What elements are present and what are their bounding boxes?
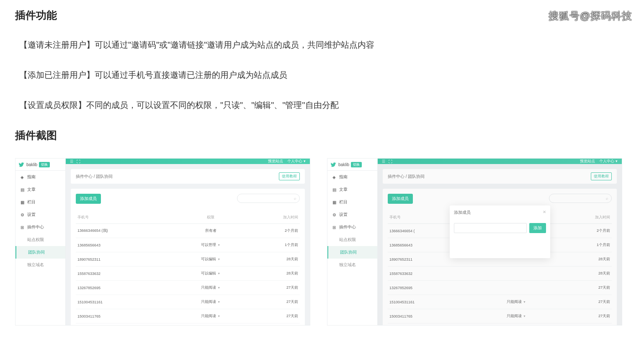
cell-perm[interactable]: 所有者 <box>177 224 245 238</box>
user-center-link[interactable]: 个人中心 ▾ <box>287 159 306 164</box>
search-input[interactable]: ⌕ <box>237 194 300 203</box>
add-member-button[interactable]: 添加成员 <box>388 194 413 204</box>
cell-phone: 15003411765 <box>76 309 177 323</box>
cell-perm[interactable]: 可以编辑 ▼ <box>177 252 245 267</box>
nav-label: 文章 <box>27 187 36 192</box>
feature-line-1: 【邀请未注册用户】可以通过"邀请码"或"邀请链接"邀请用户成为站点的成员，共同维… <box>19 38 629 51</box>
subnav-domain[interactable]: 独立域名 <box>15 259 65 271</box>
chevron-down-icon: ▼ <box>217 244 220 246</box>
grid-icon: ▦ <box>21 200 25 204</box>
logo-text: baklib <box>338 162 349 167</box>
cell-perm[interactable]: 只能阅读 ▼ <box>177 281 245 295</box>
nav-column[interactable]: ▦栏目 <box>15 196 65 208</box>
logo-icon <box>331 162 337 167</box>
cell-perm[interactable]: 只能阅读 ▼ <box>177 309 245 323</box>
search-icon: ⌕ <box>294 196 296 200</box>
cell-perm[interactable]: 可以编辑 ▼ <box>177 267 245 281</box>
expand-icon[interactable]: ⛶ <box>77 159 80 164</box>
apps-icon: ⊞ <box>21 225 25 229</box>
nav-plugins[interactable]: ⊞插件中心 <box>327 221 377 233</box>
screenshot-1: baklib 切换 ◈指南 ▤文章 ▦栏目 ⚙设置 ⊞插件中心 站点权限 团队协… <box>15 158 310 326</box>
nav-label: 指南 <box>339 174 348 180</box>
cell-perm[interactable] <box>480 281 552 295</box>
table-row: 15003411765只能阅读 ▼27天前 <box>76 309 300 323</box>
th-joined: 加入时间 <box>245 211 300 224</box>
nav-article[interactable]: ▤文章 <box>15 183 65 196</box>
breadcrumb-bar: 插件中心 / 团队协同 使用教程 <box>383 169 617 184</box>
nav-guide[interactable]: ◈指南 <box>15 171 65 183</box>
cell-phone: 13685656643 <box>76 238 177 252</box>
preview-link[interactable]: 预览站点 <box>580 159 595 164</box>
cell-phone: 151004531161 <box>76 295 177 309</box>
search-input[interactable]: ⌕ <box>549 194 612 203</box>
cell-joined: 27天前 <box>553 295 612 309</box>
screenshot-2: baklib 切换 ◈指南 ▤文章 ▦栏目 ⚙设置 ⊞插件中心 站点权限 团队协… <box>327 158 622 326</box>
table-row: 15003411765只能阅读 ▼27天前 <box>388 309 612 323</box>
gear-icon: ⚙ <box>21 213 25 217</box>
cell-phone: 15587633632 <box>76 267 177 281</box>
subnav-domain[interactable]: 独立域名 <box>327 259 377 271</box>
table-body-1: 13666346654 (我)所有者2个月前13685656643可以管理 ▼1… <box>76 224 300 323</box>
expand-icon[interactable]: ⛶ <box>389 159 392 164</box>
breadcrumb: 插件中心 / 团队协同 <box>76 174 113 180</box>
cell-perm[interactable]: 只能阅读 ▼ <box>480 295 552 309</box>
cell-phone: 13267852695 <box>388 281 480 295</box>
table-row: 151004531161只能阅读 ▼27天前 <box>76 295 300 309</box>
cell-joined: 27天前 <box>245 309 300 323</box>
grid-icon: ▦ <box>332 200 337 204</box>
cell-phone: 18907652311 <box>76 252 177 267</box>
menu-icon[interactable]: ☰ <box>70 159 73 164</box>
nav-settings[interactable]: ⚙设置 <box>15 208 65 221</box>
nav-guide[interactable]: ◈指南 <box>327 171 377 183</box>
cell-phone: 13666346654 (我) <box>76 224 177 238</box>
cell-perm[interactable]: 只能阅读 ▼ <box>480 309 552 323</box>
modal-add-button[interactable]: 添加 <box>529 223 546 233</box>
cell-joined: 27天前 <box>553 309 612 323</box>
cell-joined: 28天前 <box>553 267 612 281</box>
nav-label: 插件中心 <box>339 224 356 230</box>
feature-line-3: 【设置成员权限】不同的成员，可以设置不同的权限，"只读"、"编辑"、"管理"自由… <box>19 98 629 112</box>
table-row: 13267852695只能阅读 ▼27天前 <box>76 281 300 295</box>
menu-icon[interactable]: ☰ <box>382 159 385 164</box>
nav-plugins[interactable]: ⊞插件中心 <box>15 221 65 233</box>
topbar: ☰ ⛶ 预览站点 个人中心 ▾ <box>378 159 622 164</box>
close-icon[interactable]: ✕ <box>543 210 546 215</box>
th-joined: 加入时间 <box>553 211 612 224</box>
modal-phone-input[interactable] <box>454 223 527 233</box>
nav-settings[interactable]: ⚙设置 <box>327 208 377 221</box>
subnav-site-perm[interactable]: 站点权限 <box>15 233 65 246</box>
subnav-site-perm[interactable]: 站点权限 <box>327 233 377 246</box>
cell-phone: 15587633632 <box>388 267 480 281</box>
logo-badge[interactable]: 切换 <box>351 162 362 167</box>
members-table: 手机号 权限 加入时间 13666346654 (我)所有者2个月前136856… <box>76 211 300 323</box>
subnav-team[interactable]: 团队协同 <box>15 246 65 259</box>
cell-joined: 1个月前 <box>553 238 612 252</box>
cell-joined: 27天前 <box>553 281 612 295</box>
table-row: 15587633632可以编辑 ▼28天前 <box>76 267 300 281</box>
document-icon: ▤ <box>21 187 25 192</box>
subnav-team[interactable]: 团队协同 <box>327 246 377 259</box>
tutorial-button[interactable]: 使用教程 <box>279 172 300 180</box>
add-member-button[interactable]: 添加成员 <box>76 194 101 204</box>
preview-link[interactable]: 预览站点 <box>268 159 283 164</box>
user-center-link[interactable]: 个人中心 ▾ <box>599 159 618 164</box>
logo-icon <box>19 162 25 167</box>
breadcrumb-bar: 插件中心 / 团队协同 使用教程 <box>71 169 305 184</box>
cell-phone: 151004531161 <box>388 295 480 309</box>
cell-perm[interactable]: 只能阅读 ▼ <box>177 295 245 309</box>
cell-perm[interactable]: 可以管理 ▼ <box>177 238 245 252</box>
logo-badge[interactable]: 切换 <box>39 162 50 167</box>
chevron-down-icon: ▼ <box>217 258 220 261</box>
nav-label: 文章 <box>339 187 348 192</box>
nav-column[interactable]: ▦栏目 <box>327 196 377 208</box>
feature-line-2: 【添加已注册用户】可以通过手机号直接邀请已注册的用户成为站点成员 <box>19 68 629 82</box>
cell-perm[interactable] <box>480 267 552 281</box>
chevron-down-icon: ▼ <box>217 286 220 289</box>
members-panel: 添加成员 ⌕ 手机号 权限 加入时间 13666346654 (我)所有者2个月… <box>71 189 305 326</box>
nav-article[interactable]: ▤文章 <box>327 183 377 196</box>
tutorial-button[interactable]: 使用教程 <box>591 172 612 180</box>
breadcrumb: 插件中心 / 团队协同 <box>388 174 425 180</box>
th-phone: 手机号 <box>76 211 177 224</box>
cell-joined: 2个月前 <box>245 224 300 238</box>
cell-phone: 15003411765 <box>388 309 480 323</box>
